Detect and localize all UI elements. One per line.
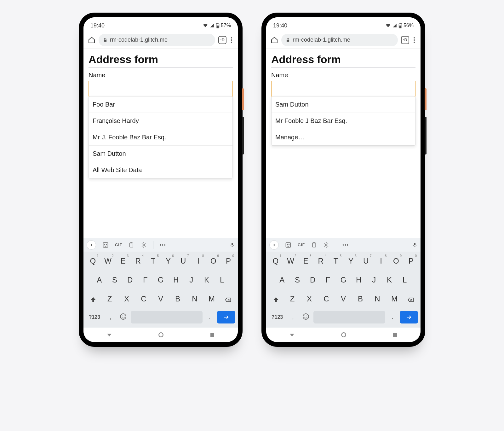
key-e[interactable]: E3 [116,253,131,271]
period-key[interactable]: . [387,310,398,324]
key-e[interactable]: E3 [298,253,313,271]
key-o[interactable]: O9 [206,253,221,271]
mic-icon[interactable] [412,242,417,248]
clipboard-icon[interactable] [129,242,134,248]
key-x[interactable]: X [301,291,318,308]
key-f[interactable]: F [320,272,336,289]
url-bar[interactable]: rm-codelab-1.glitch.me [99,34,215,46]
key-q[interactable]: Q1 [85,253,100,271]
key-v[interactable]: V [152,291,169,308]
home-nav-icon[interactable] [341,332,347,338]
key-h[interactable]: H [168,272,184,289]
autofill-option[interactable]: Françoise Hardy [89,113,232,129]
key-r[interactable]: R4 [313,253,328,271]
key-f[interactable]: F [138,272,153,289]
key-z[interactable]: Z [101,291,118,308]
space-key[interactable] [313,311,385,323]
comma-key[interactable]: , [288,310,298,324]
key-u[interactable]: U7 [358,253,374,271]
key-h[interactable]: H [351,272,366,289]
recent-nav-icon[interactable] [392,332,398,338]
key-x[interactable]: X [118,291,135,308]
autofill-option[interactable]: Manage… [272,129,415,145]
mic-icon[interactable] [230,242,235,248]
url-bar[interactable]: rm-codelab-1.glitch.me [281,34,398,46]
more-icon[interactable]: ••• [342,242,349,248]
menu-icon[interactable] [412,36,416,44]
autofill-option[interactable]: Sam Dutton [89,146,232,162]
key-p[interactable]: P0 [221,253,236,271]
emoji-key[interactable] [300,313,312,322]
shift-key[interactable] [85,296,101,303]
name-input[interactable] [271,81,415,96]
key-y[interactable]: Y6 [343,253,358,271]
comma-key[interactable]: , [105,310,116,324]
gif-button[interactable]: GIF [298,243,305,247]
autofill-option[interactable]: Mr J. Fooble Baz Bar Esq. [89,129,232,146]
key-l[interactable]: L [397,272,412,289]
autofill-option[interactable]: Sam Dutton [272,96,415,113]
key-d[interactable]: D [305,272,320,289]
key-i[interactable]: I8 [191,253,206,271]
tabs-button[interactable]: :D [401,36,409,44]
power-button[interactable] [242,88,244,110]
autofill-option[interactable]: Foo Bar [89,96,232,113]
key-l[interactable]: L [214,272,230,289]
backspace-key[interactable] [220,297,236,303]
autofill-option[interactable]: All Web Site Data [89,162,232,178]
key-y[interactable]: Y6 [161,253,176,271]
key-r[interactable]: R4 [130,253,146,271]
back-nav-icon[interactable] [289,332,295,338]
home-icon[interactable] [271,36,278,44]
key-t[interactable]: T5 [328,253,343,271]
key-k[interactable]: K [199,272,215,289]
key-k[interactable]: K [382,272,397,289]
enter-key[interactable] [217,311,235,323]
key-m[interactable]: M [203,291,220,308]
clipboard-icon[interactable] [311,242,317,248]
key-o[interactable]: O9 [388,253,404,271]
key-s[interactable]: S [290,272,305,289]
power-button[interactable] [425,88,427,110]
key-n[interactable]: N [369,291,386,308]
gif-button[interactable]: GIF [115,243,122,247]
collapse-icon[interactable] [87,240,96,250]
key-n[interactable]: N [186,291,203,308]
autofill-option[interactable]: Mr Fooble J Baz Bar Esq. [272,113,415,129]
gear-icon[interactable] [323,242,329,248]
key-g[interactable]: G [336,272,351,289]
key-w[interactable]: W2 [100,253,116,271]
name-input[interactable] [89,81,233,96]
symbols-key[interactable]: ?123 [86,311,103,324]
key-v[interactable]: V [335,291,352,308]
key-a[interactable]: A [92,272,107,289]
key-a[interactable]: A [274,272,290,289]
key-z[interactable]: Z [284,291,301,308]
backspace-key[interactable] [403,297,419,303]
key-g[interactable]: G [153,272,169,289]
tabs-button[interactable]: :D [218,36,226,44]
key-m[interactable]: M [386,291,403,308]
home-nav-icon[interactable] [158,332,164,338]
key-c[interactable]: C [318,291,335,308]
space-key[interactable] [131,311,203,323]
key-i[interactable]: I8 [374,253,389,271]
key-b[interactable]: B [352,291,369,308]
enter-key[interactable] [400,311,418,323]
volume-button[interactable] [425,117,427,154]
recent-nav-icon[interactable] [209,332,215,338]
key-j[interactable]: J [184,272,199,289]
symbols-key[interactable]: ?123 [269,311,286,324]
key-w[interactable]: W2 [283,253,298,271]
collapse-icon[interactable] [269,240,279,250]
key-j[interactable]: J [366,272,382,289]
key-b[interactable]: B [169,291,186,308]
menu-icon[interactable] [230,36,233,44]
home-icon[interactable] [88,36,95,44]
key-t[interactable]: T5 [146,253,161,271]
key-s[interactable]: S [107,272,123,289]
sticker-icon[interactable] [285,242,291,248]
period-key[interactable]: . [204,310,215,324]
key-c[interactable]: C [135,291,152,308]
key-p[interactable]: P0 [404,253,419,271]
